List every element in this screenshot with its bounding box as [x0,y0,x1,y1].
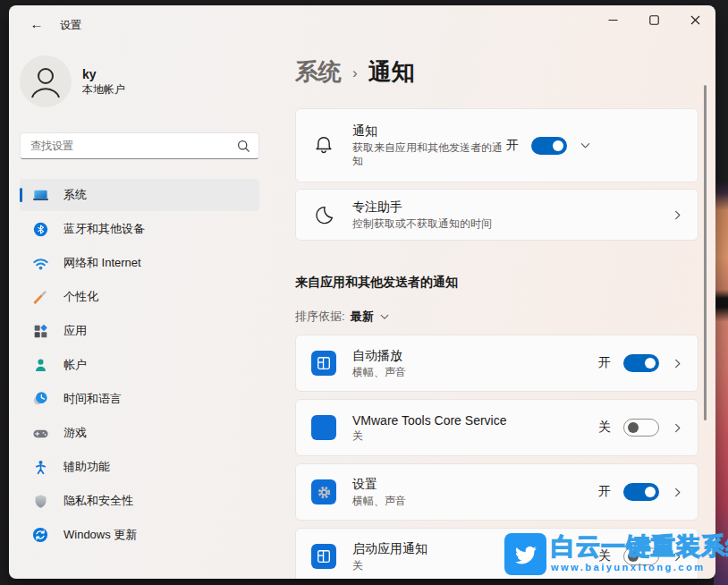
settings-app-icon [311,479,336,504]
user-name: ky [82,66,125,82]
sidebar-item-system[interactable]: 系统 [20,179,259,211]
chevron-right-icon [672,358,683,369]
app-subtitle: 横幅、声音 [352,495,598,508]
user-account[interactable]: ky 本地帐户 [20,55,125,107]
sort-label: 排序依据: [295,309,345,325]
sidebar-item-label: 系统 [63,187,87,203]
sidebar-item-windows-update[interactable]: Windows 更新 [20,519,259,551]
desktop-wallpaper-strip [714,0,728,585]
sidebar-item-privacy[interactable]: 隐私和安全性 [20,485,259,517]
section-heading: 来自应用和其他发送者的通知 [295,275,698,291]
chevron-right-icon [672,209,683,221]
accounts-person-icon [31,356,49,374]
sidebar-item-time-language[interactable]: 时间和语言 [20,383,259,415]
sort-value: 最新 [351,309,374,325]
bluetooth-icon [31,220,49,238]
sidebar-item-gaming[interactable]: 游戏 [20,417,259,449]
app-subtitle: 关 [352,429,598,443]
sidebar-item-label: 个性化 [63,289,98,305]
search-input[interactable] [21,133,258,158]
autoplay-toggle[interactable] [623,354,659,372]
toggle-state-label: 开 [506,138,519,154]
watermark-text: 白云一键重装系统 [551,533,728,560]
app-title: 自动播放 [352,348,598,364]
avatar [20,55,72,107]
app-title: 设置 [352,477,598,493]
system-monitor-icon [31,186,49,204]
notifications-toggle[interactable] [531,137,567,155]
time-language-clock-icon [31,390,49,408]
bell-icon [310,134,337,157]
sidebar-item-label: 帐户 [63,357,87,373]
sidebar-item-accounts[interactable]: 帐户 [20,349,259,381]
back-arrow-icon: ← [30,16,44,31]
app-row-vmware[interactable]: VMware Tools Core Service 关 关 [295,399,698,456]
breadcrumb-system[interactable]: 系统 [295,56,342,88]
page-title: 通知 [368,56,415,88]
chevron-right-icon [672,487,683,498]
user-type: 本地帐户 [82,82,125,98]
personalization-brush-icon [31,288,49,306]
gaming-gamepad-icon [31,424,49,442]
toggle-state-label: 开 [598,484,611,500]
close-button[interactable] [674,5,715,35]
sidebar-item-accessibility[interactable]: 辅助功能 [20,451,259,483]
watermark: 白云一键重装系统 www.baiyunxitong.com [504,533,728,575]
sidebar-item-label: 游戏 [63,425,87,441]
sidebar-item-label: 辅助功能 [63,459,110,475]
vmware-app-icon [311,415,336,440]
sidebar-item-label: 时间和语言 [63,391,122,407]
sidebar-item-label: 应用 [63,323,87,339]
card-title: 通知 [352,123,506,140]
moon-icon [310,204,337,226]
sidebar-item-label: 蓝牙和其他设备 [63,221,145,237]
focus-assist-card[interactable]: 专注助手 控制获取或不获取通知的时间 [295,189,698,241]
card-subtitle: 获取来自应用和其他发送者的通知 [352,141,506,168]
sidebar-item-label: Windows 更新 [63,527,137,543]
bird-icon [504,533,546,575]
window-title: 设置 [60,18,81,33]
sidebar-item-network[interactable]: 网络和 Internet [20,247,259,279]
settings-notifications-toggle[interactable] [623,483,659,501]
card-subtitle: 控制获取或不获取通知的时间 [352,217,672,231]
breadcrumb-separator: › [352,64,358,82]
sidebar-item-apps[interactable]: 应用 [20,315,259,347]
toggle-state-label: 关 [598,420,611,436]
toggle-state-label: 开 [598,355,611,371]
vmware-toggle[interactable] [623,419,659,437]
scrollbar-thumb[interactable] [704,85,707,420]
app-title: VMware Tools Core Service [352,413,598,428]
minimize-button[interactable] [592,5,633,35]
minimize-icon [608,15,618,25]
settings-window: ← 设置 ky 本地帐户 [9,5,715,579]
sidebar-item-bluetooth[interactable]: 蓝牙和其他设备 [20,213,259,245]
app-row-autoplay[interactable]: 自动播放 横幅、声音 开 [295,335,698,392]
wifi-icon [31,254,49,272]
accessibility-icon [31,458,49,476]
sort-dropdown[interactable]: 排序依据: 最新 [295,309,698,325]
card-title: 专注助手 [352,199,672,216]
search-box [20,132,259,159]
watermark-url: www.baiyunxitong.com [551,562,728,572]
windows-update-icon [31,526,49,544]
sidebar: ky 本地帐户 系统 [9,41,295,579]
startup-app-icon [311,544,336,569]
autoplay-app-icon [311,351,336,376]
main-content: 系统 › 通知 通知 获取来自应用和其他发送者的通知 开 [295,41,698,579]
maximize-button[interactable] [633,5,674,35]
close-icon [690,15,700,25]
apps-icon [31,322,49,340]
breadcrumb: 系统 › 通知 [295,56,698,88]
maximize-icon [649,15,659,25]
notifications-card[interactable]: 通知 获取来自应用和其他发送者的通知 开 [295,108,698,182]
person-icon [20,55,72,107]
app-row-settings[interactable]: 设置 横幅、声音 开 [295,463,698,521]
titlebar: ← 设置 [9,5,715,41]
sidebar-item-personalization[interactable]: 个性化 [20,281,259,313]
app-subtitle: 横幅、声音 [352,366,598,379]
search-icon[interactable] [237,140,250,153]
chevron-down-icon[interactable] [580,140,591,151]
chevron-right-icon [672,422,683,434]
sidebar-item-label: 隐私和安全性 [63,493,133,509]
back-button[interactable]: ← [21,11,52,36]
